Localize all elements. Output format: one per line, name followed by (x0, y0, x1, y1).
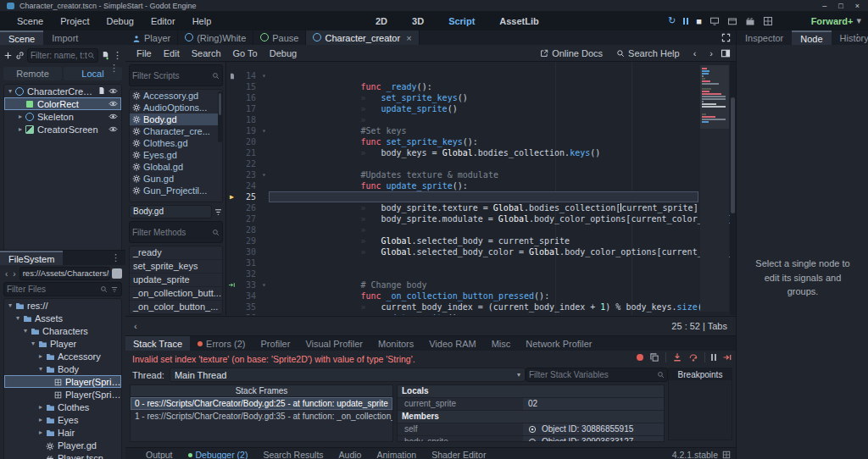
bottom-panel-tab[interactable]: Audio (339, 450, 362, 459)
current-script-name[interactable]: Body.gd (129, 205, 212, 218)
scene-tree-node[interactable]: ▸ CreatorScreen (4, 123, 121, 135)
line-number[interactable]: 34 (237, 291, 259, 301)
menu-item[interactable]: Project (53, 14, 96, 28)
filesystem-tree-item[interactable]: ▸ Clothes (4, 401, 121, 413)
fold-arrow-icon[interactable]: ▾ (262, 171, 266, 179)
forward-icon[interactable]: › (11, 269, 17, 279)
bottom-panel-tab[interactable]: Debugger (2) (188, 450, 248, 459)
line-number[interactable]: 31 (237, 258, 259, 268)
workspace-button[interactable]: 3D (399, 16, 424, 26)
history-back-icon[interactable]: ‹ (687, 48, 703, 58)
scroll-left-icon[interactable]: ‹ (134, 321, 137, 331)
script-list-item[interactable]: Body.gd (130, 113, 222, 125)
more-icon[interactable]: ⋮ (113, 50, 122, 61)
bottom-panel-tab[interactable]: Output (146, 450, 173, 459)
line-number[interactable]: 29 (237, 236, 259, 246)
remote-debug-icon[interactable] (763, 16, 773, 26)
fold-arrow-icon[interactable]: ▾ (262, 72, 266, 80)
variable-row[interactable]: Locals (398, 385, 664, 398)
line-number[interactable]: 19 (237, 126, 259, 135)
variable-row[interactable]: self Object ID: 30886855915 (398, 423, 664, 436)
method-list-item[interactable]: set_sprite_keys (130, 260, 222, 274)
debugger-tab[interactable]: Stack Trace (125, 336, 190, 351)
code-editor[interactable]: 14 ▾ func _ready(): (226, 62, 736, 315)
code-scrollbar[interactable] (730, 62, 736, 315)
current-path[interactable]: res://Assets/Characters/Pla (19, 267, 110, 280)
script-list-scrollbar[interactable] (218, 91, 222, 142)
filter-stack-variables-input[interactable]: Filter Stack Variables (526, 368, 668, 382)
bottom-panel-tab[interactable]: Animation (376, 450, 416, 459)
variable-row[interactable]: body_sprite Object ID: 30903633127 (398, 436, 664, 442)
more-icon[interactable]: ⋮ (106, 251, 125, 265)
distraction-free-icon[interactable] (716, 30, 736, 45)
movie-maker-icon[interactable] (727, 16, 737, 26)
line-number[interactable]: 14 (237, 71, 259, 80)
filesystem-tree-item[interactable]: Player(SpriteSheet)... (4, 375, 121, 388)
close-button[interactable]: × (855, 2, 860, 10)
script-list-item[interactable]: Character_cre... (130, 125, 222, 137)
scene-tree-node[interactable]: ▾ CharacterCreator (4, 85, 121, 97)
menu-item[interactable]: Help (186, 14, 219, 28)
debugger-tab[interactable]: Monitors (370, 336, 421, 351)
script-menu-item[interactable]: Edit (158, 48, 186, 58)
line-number[interactable]: 33 (237, 280, 259, 290)
debugger-tab[interactable]: Video RAM (421, 336, 483, 351)
line-number[interactable]: 16 (237, 93, 259, 102)
script-list-item[interactable]: Gun_Projectil... (130, 185, 222, 196)
debugger-tab[interactable]: Network Profiler (518, 336, 599, 351)
filesystem-tree-item[interactable]: Player(SpriteSheet).... (4, 388, 121, 401)
bottom-panel-tab[interactable]: Search Results (263, 450, 323, 459)
debugger-tab[interactable]: Visual Profiler (298, 336, 370, 351)
copy-error-icon[interactable] (649, 352, 659, 362)
script-list-item[interactable]: Global.gd (130, 161, 222, 173)
scene-tab[interactable]: Pause (253, 30, 306, 45)
scene-filter-input[interactable]: Filter: name, t:t (27, 48, 98, 63)
debugger-tab[interactable]: Misc (484, 336, 519, 351)
line-number[interactable]: 22 (237, 159, 259, 169)
script-list-item[interactable]: Gun.gd (130, 173, 222, 185)
filesystem-tree-item[interactable]: ▾ Assets (4, 312, 121, 324)
filter-scripts-input[interactable]: Filter Scripts (129, 64, 223, 86)
back-icon[interactable]: ‹ (3, 269, 9, 279)
restart-icon[interactable]: ↻ (668, 15, 676, 26)
debugger-tab[interactable]: Errors (2) (190, 336, 253, 351)
attach-script-button[interactable] (101, 51, 110, 60)
dock-tab-filesystem[interactable]: FileSystem (0, 251, 63, 265)
instance-scene-button[interactable] (15, 51, 25, 60)
script-menu-item[interactable]: Search (186, 48, 227, 58)
script-icon[interactable] (97, 86, 106, 95)
menu-item[interactable]: Debug (99, 14, 140, 28)
sort-methods-icon[interactable] (214, 207, 223, 217)
play-remote-icon[interactable] (709, 16, 720, 26)
dock-tab[interactable]: Scene (0, 30, 43, 45)
stack-frame-row[interactable]: 0 - res://Scripts/CharCreator/Body.gd:25… (131, 397, 392, 410)
script-list-item[interactable]: Accessory.gd (130, 90, 222, 102)
fold-arrow-icon[interactable]: ▾ (262, 127, 266, 135)
movie-writer-icon[interactable] (745, 16, 755, 26)
minimap[interactable] (700, 65, 729, 312)
more-icon[interactable]: ⋮ (104, 63, 124, 74)
workspace-button[interactable]: 2D (363, 16, 387, 26)
scene-tab[interactable]: (Ring)White (178, 30, 253, 45)
line-number[interactable]: 35 (237, 302, 259, 312)
script-menu-item[interactable]: File (131, 48, 158, 58)
line-number[interactable]: 23 (237, 170, 259, 180)
dock-tab[interactable]: Import (43, 30, 86, 45)
script-list-item[interactable]: Eyes.gd (130, 149, 222, 161)
bottom-panel-tab[interactable]: Shader Editor (431, 450, 486, 459)
filesystem-tree-item[interactable]: ▸ Eyes (4, 413, 121, 426)
maximize-button[interactable]: □ (838, 2, 843, 10)
menu-item[interactable]: Editor (144, 14, 182, 28)
filesystem-tree-item[interactable]: ▾ Body (4, 362, 121, 375)
add-node-button[interactable] (3, 51, 13, 60)
renderer-selector[interactable]: Forward+ ▾ (811, 11, 861, 30)
dock-tab[interactable]: Node (792, 30, 831, 45)
script-menu-item[interactable]: Debug (264, 48, 303, 58)
script-list-item[interactable]: Clothes.gd (130, 137, 222, 149)
eye-icon[interactable] (108, 99, 118, 108)
eye-icon[interactable] (108, 86, 118, 96)
script-list-item[interactable]: AudioOptions... (130, 102, 222, 113)
filesystem-tree-item[interactable]: ▾ res:// (4, 299, 121, 312)
split-mode-button[interactable] (112, 268, 122, 279)
line-number[interactable]: 18 (237, 115, 259, 124)
